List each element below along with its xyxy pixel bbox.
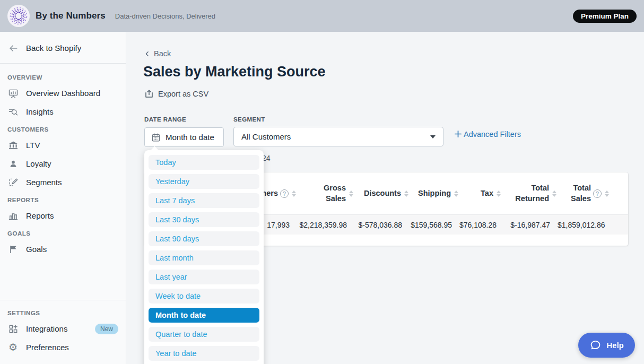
cell-total-returned: $-16,987.47 <box>502 221 558 229</box>
main-content: Back Sales by Marketing Source Export as… <box>126 32 644 364</box>
sidebar-item-integrations[interactable]: Integrations New <box>0 319 126 338</box>
sidebar-item-label: Segments <box>26 178 62 187</box>
sidebar-item-ltv[interactable]: LTV <box>0 136 126 154</box>
date-option-last-30-days[interactable]: Last 30 days <box>149 212 259 227</box>
sidebar-item-segments[interactable]: Segments <box>0 173 126 192</box>
insights-search-icon <box>7 106 19 117</box>
sort-arrows-icon[interactable] <box>291 190 297 197</box>
segment-label: SEGMENT <box>233 116 265 123</box>
date-option-last-month[interactable]: Last month <box>149 250 259 265</box>
date-option-last-year[interactable]: Last year <box>149 270 259 284</box>
left-arrow-icon <box>7 42 19 54</box>
sort-arrows-icon[interactable] <box>495 190 502 197</box>
sidebar-item-insights[interactable]: Insights <box>0 102 126 121</box>
section-label-customers: CUSTOMERS <box>0 121 126 136</box>
flag-icon <box>7 244 19 255</box>
premium-plan-badge: Premium Plan <box>573 10 637 23</box>
sidebar-item-label: Goals <box>26 245 47 254</box>
date-range-value: Month to date <box>166 133 214 142</box>
cell-tax: $76,108.28 <box>459 221 502 229</box>
date-range-label: DATE RANGE <box>144 116 186 123</box>
sidebar-item-label: Integrations <box>26 324 67 333</box>
sort-arrows-icon[interactable] <box>453 190 459 197</box>
back-link-label: Back <box>154 49 171 58</box>
plus-icon <box>454 129 463 138</box>
help-button-label: Help <box>606 341 624 350</box>
spiral-dots-logo-icon <box>8 5 29 27</box>
cell-gross-sales: $2,218,359.98 <box>297 221 354 229</box>
section-label-overview: OVERVIEW <box>0 69 126 84</box>
date-range-button[interactable]: Month to date <box>144 127 224 147</box>
calendar-icon <box>151 133 161 142</box>
gear-icon: ⚙ <box>7 342 19 353</box>
date-option-year-to-date[interactable]: Year to date <box>149 346 259 361</box>
bar-chart-icon <box>7 210 19 221</box>
section-label-settings: SETTINGS <box>0 305 126 319</box>
help-button[interactable]: Help <box>578 333 635 358</box>
segments-pen-icon <box>7 177 19 188</box>
sidebar-item-label: Overview Dashboard <box>26 89 100 98</box>
sidebar-item-reports[interactable]: Reports <box>0 206 126 225</box>
export-csv-label: Export as CSV <box>158 90 208 98</box>
export-csv-button[interactable]: Export as CSV <box>144 89 208 99</box>
cell-discounts: $-578,036.88 <box>354 221 410 229</box>
chevron-down-icon <box>430 135 436 138</box>
help-icon[interactable]: ? <box>593 189 602 198</box>
sidebar-item-label: Insights <box>26 107 54 116</box>
sidebar-item-label: LTV <box>26 141 40 150</box>
date-range-dropdown: Today Yesterday Last 7 days Last 30 days… <box>144 150 264 364</box>
date-option-today[interactable]: Today <box>149 155 259 170</box>
sort-arrows-icon[interactable] <box>403 190 410 197</box>
export-icon <box>144 89 154 99</box>
sidebar-item-goals[interactable]: Goals <box>0 240 126 258</box>
sort-arrows-icon[interactable] <box>348 190 354 197</box>
cell-total-sales: $1,859,012.86 <box>558 221 610 229</box>
back-to-shopify-label: Back to Shopify <box>26 44 81 53</box>
sort-arrows-icon[interactable] <box>551 190 558 197</box>
date-option-last-7-days[interactable]: Last 7 days <box>149 193 259 208</box>
sidebar-item-label: Preferences <box>26 343 69 352</box>
cell-shipping: $159,568.95 <box>410 221 459 229</box>
advanced-filters-label: Advanced Filters <box>464 130 521 138</box>
sidebar-item-label: Loyalty <box>26 159 51 168</box>
sort-arrows-icon[interactable] <box>604 190 610 197</box>
segment-select[interactable]: All Customers <box>233 127 443 146</box>
column-header-total-sales[interactable]: Total Sales ? <box>558 183 610 204</box>
sidebar-item-label: Reports <box>26 211 54 220</box>
segment-value: All Customers <box>241 132 291 141</box>
chevron-left-icon <box>144 50 151 57</box>
chat-bubble-icon <box>589 339 602 351</box>
app-name: By the Numbers <box>36 11 106 21</box>
column-header-shipping[interactable]: Shipping <box>410 188 459 199</box>
page-title: Sales by Marketing Source <box>143 64 326 80</box>
section-label-goals: GOALS <box>0 225 126 240</box>
advanced-filters-button[interactable]: Advanced Filters <box>454 129 521 138</box>
date-option-last-90-days[interactable]: Last 90 days <box>149 231 259 246</box>
section-label-reports: REPORTS <box>0 192 126 206</box>
column-header-total-returned[interactable]: Total Returned <box>502 183 558 204</box>
back-to-shopify-link[interactable]: Back to Shopify <box>0 32 126 64</box>
app-logo <box>7 5 30 27</box>
sidebar-item-overview-dashboard[interactable]: Overview Dashboard <box>0 84 126 102</box>
column-header-discounts[interactable]: Discounts <box>354 188 410 199</box>
person-icon <box>7 158 19 169</box>
bank-icon <box>7 140 19 151</box>
date-option-quarter-to-date[interactable]: Quarter to date <box>149 327 259 342</box>
app-tagline: Data-driven Decisions, Delivered <box>115 12 215 20</box>
sidebar: Back to Shopify OVERVIEW Overview Dashbo… <box>0 32 126 364</box>
new-badge: New <box>95 324 118 334</box>
help-icon[interactable]: ? <box>280 189 289 198</box>
date-option-month-to-date[interactable]: Month to date <box>149 308 259 323</box>
sidebar-item-preferences[interactable]: ⚙ Preferences <box>0 338 126 357</box>
sidebar-item-loyalty[interactable]: Loyalty <box>0 154 126 173</box>
date-option-yesterday[interactable]: Yesterday <box>149 174 259 189</box>
dashboard-board-icon <box>7 88 19 99</box>
date-option-week-to-date[interactable]: Week to date <box>149 289 259 304</box>
column-header-tax[interactable]: Tax <box>459 188 502 199</box>
integrations-grid-icon <box>7 323 19 334</box>
back-link[interactable]: Back <box>144 49 171 58</box>
topbar: By the Numbers Data-driven Decisions, De… <box>0 0 644 32</box>
column-header-gross-sales[interactable]: Gross Sales <box>297 183 354 204</box>
